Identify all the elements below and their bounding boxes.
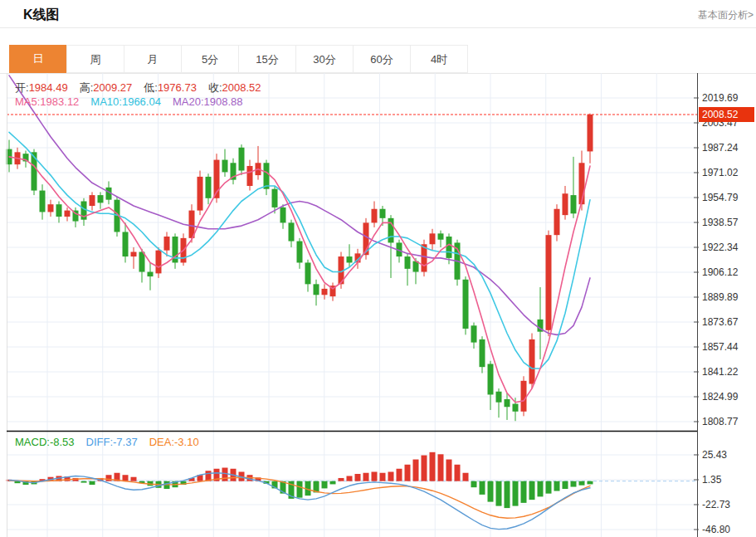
price-axis-label: 1808.77: [702, 416, 738, 427]
ma5-readout: MA5:1983.12: [15, 95, 79, 108]
price-axis-label: 1889.89: [702, 291, 738, 303]
macd-axis-label: 25.43: [702, 449, 727, 461]
price-axis-label: 1954.79: [702, 192, 738, 203]
ma-readout-row: MA5:1983.12MA10:1966.04MA20:1908.88: [15, 95, 255, 108]
price-axis-label: 1922.34: [702, 242, 738, 253]
price-axis-label: 1938.57: [702, 217, 738, 228]
ma10-readout: MA10:1966.04: [90, 95, 161, 108]
price-axis-label: 1841.22: [702, 366, 738, 378]
ohlc-close: 收:2008.52: [208, 81, 261, 95]
macd-readout-row: MACD:-8.53DIFF:-7.37DEA:-3.10: [15, 436, 211, 448]
price-axis-label: 1906.12: [702, 266, 738, 278]
price-axis-label: 1971.02: [702, 167, 738, 178]
macd-axis-label: 1.35: [702, 474, 721, 486]
dea-readout: DEA:-3.10: [149, 436, 199, 448]
macd-axis-label: -46.80: [702, 524, 730, 535]
diff-readout: DIFF:-7.37: [86, 436, 138, 448]
price-axis-label: 1857.44: [702, 341, 738, 353]
price-axis-label: 2019.69: [702, 92, 738, 104]
ohlc-open: 开:1984.49: [15, 81, 68, 95]
price-axis-label: 1873.67: [702, 316, 738, 328]
macd-readout: MACD:-8.53: [15, 436, 75, 448]
ohlc-high: 高:2009.27: [80, 81, 133, 95]
macd-axis-label: -22.73: [702, 499, 730, 510]
price-axis-label: 1824.99: [702, 391, 738, 403]
current-price-tag: 2008.52: [699, 107, 754, 122]
ma20-readout: MA20:1908.88: [173, 95, 243, 108]
ohlc-readout-row: 开:1984.49高:2009.27低:1976.73收:2008.52: [15, 81, 273, 95]
price-axis-label: 1987.24: [702, 142, 738, 154]
ohlc-low: 低:1976.73: [144, 81, 197, 95]
